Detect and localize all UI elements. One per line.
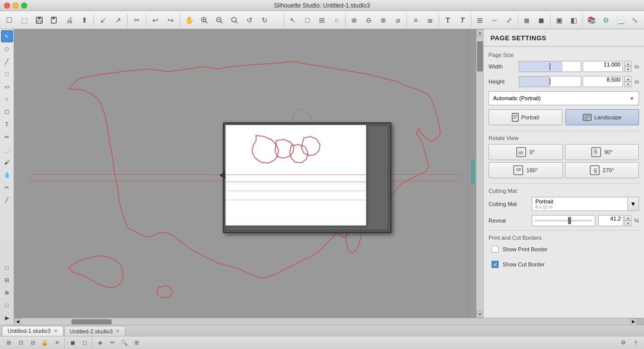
send-button[interactable]: ⬆ [77,13,92,27]
undo-button[interactable]: ↩ [148,13,163,27]
library-btn[interactable]: 📚 [584,13,598,27]
color1-btn[interactable]: ◼ [520,13,534,27]
bt-settings[interactable]: ⚙ [618,338,629,348]
bt-node-edit[interactable]: ◈ [95,338,106,348]
height-slider-input[interactable] [519,76,581,87]
export-button[interactable]: ↗ [111,13,125,27]
cut-button[interactable]: ✂ [130,13,144,27]
grid-tool-r[interactable]: ⊞ [315,13,329,27]
rotate-180-btn[interactable]: ab 180° [489,162,563,178]
save-as-button[interactable] [47,13,61,27]
node-edit-tool[interactable]: ⬡ [1,43,13,55]
rotate-90-btn[interactable]: ab 90° [565,144,639,160]
bt-help[interactable]: ? [630,338,641,348]
bt-stroke[interactable]: ◻ [79,338,90,348]
bt-crop[interactable]: ⊞ [131,338,142,348]
tab-0-close[interactable]: ✕ [53,328,58,334]
window-controls[interactable] [4,3,27,9]
eyedropper-tool[interactable]: 💧 [1,169,13,181]
color2-btn[interactable]: ◼ [534,13,548,27]
reveal-thumb[interactable] [568,217,571,224]
media-btn[interactable]: ⊕ [1,287,13,299]
show-cut-border-checkbox[interactable]: ✓ [492,261,499,268]
close-button[interactable] [4,3,10,9]
scroll-right-btn[interactable]: ▶ [630,318,637,325]
bt-lock[interactable]: 🔒 [39,338,50,348]
width-down-btn[interactable]: ▼ [624,66,631,72]
palette2-btn[interactable]: ◧ [567,13,581,27]
transform-btn[interactable]: ⤢ [502,13,516,27]
scroll-up-btn[interactable]: ▲ [476,29,484,36]
mirror-btn[interactable]: ↔ [488,13,502,27]
weld-btn[interactable]: ⊕ [347,13,361,27]
align-left-btn[interactable]: ≡ [409,13,423,27]
view2-btn[interactable]: ⊟ [1,274,13,286]
align-right-btn[interactable]: ≣ [423,13,437,27]
canvas-area[interactable]: › [14,29,476,318]
width-up-btn[interactable]: ▲ [624,61,631,66]
bt-zoom[interactable]: 🔍 [119,338,130,348]
height-up-btn[interactable]: ▲ [624,76,631,82]
scroll-htrack[interactable] [21,318,630,325]
cutting-mat-select[interactable]: Portrait 8 x 12 in ▼ [532,197,639,211]
freehand-tool[interactable]: ✏ [1,131,13,143]
transform2-btn[interactable]: ⤡ [628,13,642,27]
reveal-up-btn[interactable]: ▲ [624,215,631,221]
tab-1-close[interactable]: ✕ [115,328,120,334]
open-button[interactable]: ⬚ [17,13,31,27]
new-button[interactable]: ☐ [2,13,16,27]
knife-tool[interactable]: ╱ [1,194,13,206]
pointer-tool[interactable]: ↖ [1,30,13,42]
bt-select-all[interactable]: ⊞ [3,338,14,348]
save-button[interactable] [32,13,46,27]
minimize-button[interactable] [13,3,19,9]
knife-btn-r[interactable]: ⌀ [391,13,405,27]
orientation-dropdown[interactable]: Automatic (Portrait) ▼ [489,91,639,105]
portrait-btn[interactable]: Portrait [489,109,562,125]
scroll-hthumb[interactable] [71,319,112,324]
page-settings-btn[interactable]: ⚙ [599,13,613,27]
scroll-left-btn[interactable]: ◀ [14,318,21,325]
play-btn[interactable]: ▶ [1,312,13,324]
text2-btn[interactable]: T [455,13,469,27]
zoom-fit-button[interactable] [227,13,242,27]
tab-1[interactable]: Untitled-2.studio3 ✕ [64,326,126,336]
import-button[interactable]: ↙ [96,13,110,27]
palette1-btn[interactable]: ▣ [552,13,566,27]
hand-tool[interactable]: ✋ [182,13,196,27]
text-tool[interactable]: T [1,118,13,130]
print-button[interactable]: 🖨 [62,13,76,27]
width-slider-input[interactable] [519,61,581,72]
zoom-out-button[interactable] [212,13,226,27]
rounded-rect-tool[interactable]: ▭ [1,81,13,93]
rotate-270-btn[interactable]: ab 270° [565,162,639,178]
page-btn[interactable]: 📃 [613,13,627,27]
view1-btn[interactable]: □ [1,261,13,273]
width-value[interactable]: 11.000 [583,61,623,72]
reveal-value[interactable]: 41.2 [598,215,623,226]
bt-fill[interactable]: ◼ [67,338,78,348]
rotate-cw-button[interactable]: ↺ [243,13,257,27]
cutting-mat-dropdown-arrow[interactable]: ▼ [627,197,638,211]
scroll-vtrack[interactable] [476,36,483,311]
zoom-in-button[interactable] [197,13,211,27]
maximize-button[interactable] [21,3,27,9]
reveal-down-btn[interactable]: ▼ [624,221,631,226]
line-tool[interactable]: ╱ [1,55,13,67]
replicate-btn[interactable]: ⊞ [473,13,487,27]
text-btn[interactable]: T [441,13,455,27]
scroll-down-btn[interactable]: ▼ [476,311,484,318]
cut-tool[interactable]: ✂ [1,181,13,193]
subtract-btn[interactable]: ⊖ [362,13,376,27]
reveal-slider[interactable] [532,215,595,226]
bt-delete[interactable]: ✕ [51,338,62,348]
bt-group[interactable]: ⊡ [15,338,26,348]
height-value[interactable]: 8.500 [583,76,623,87]
scroll-vthumb[interactable] [477,41,483,72]
paint-tool[interactable]: 🖌 [1,156,13,168]
bt-pencil[interactable]: ✏ [107,338,118,348]
rectangle-tool[interactable]: □ [1,68,13,80]
show-print-border-checkbox[interactable] [492,246,499,253]
landscape-btn[interactable]: Landscape [566,109,639,125]
intersect-btn[interactable]: ⊗ [376,13,390,27]
